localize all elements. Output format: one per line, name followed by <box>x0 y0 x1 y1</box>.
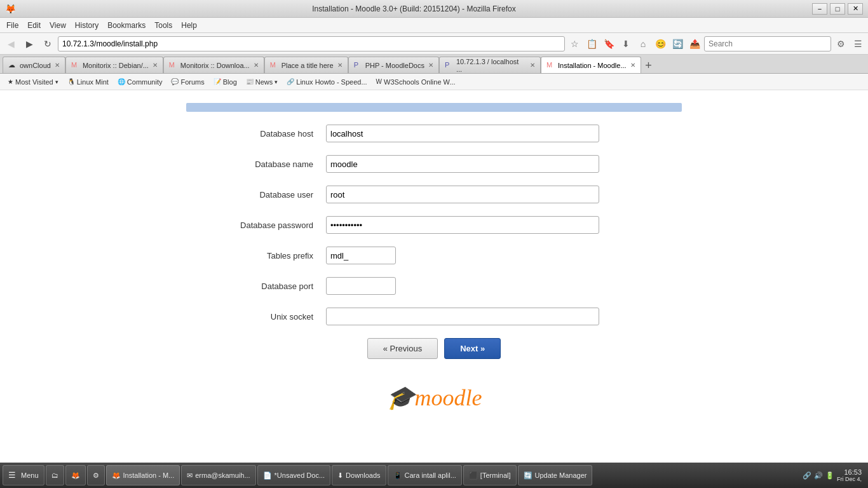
search-input[interactable] <box>704 36 831 51</box>
bookmark-community[interactable]: 🌐 Community <box>114 77 166 87</box>
forward-button[interactable]: ▶ <box>21 36 37 52</box>
previous-button[interactable]: « Previous <box>367 338 438 359</box>
bookmark-most-visited-label: Most Visited <box>15 78 53 86</box>
tab-localhost-close[interactable]: ✕ <box>530 62 535 69</box>
linux-howto-icon: 🔗 <box>287 78 294 85</box>
forums-icon: 💬 <box>171 78 179 85</box>
tab-installation-close[interactable]: ✕ <box>630 62 635 69</box>
menu-history[interactable]: History <box>71 20 102 31</box>
taskbar-update-manager-label: Update Manager <box>535 471 587 479</box>
form-row-unix-socket: Unix socket <box>186 308 682 325</box>
reader-icon[interactable]: 📋 <box>584 36 599 51</box>
installation-favicon: M <box>546 61 555 70</box>
db-port-input[interactable] <box>326 277 396 295</box>
taskbar-terminal[interactable]: ⬛ [Terminal] <box>463 465 517 485</box>
tab-php-moodledocs-close[interactable]: ✕ <box>428 62 433 69</box>
close-button[interactable]: ✕ <box>848 3 863 15</box>
taskbar-update-manager[interactable]: 🔄 Update Manager <box>518 465 593 485</box>
download-icon[interactable]: ⬇ <box>618 36 634 51</box>
tab-installation[interactable]: M Installation - Moodle... ✕ <box>541 57 641 73</box>
db-user-input[interactable] <box>326 186 599 203</box>
taskbar-installation[interactable]: 🦊 Installation - M... <box>106 465 180 485</box>
title-bar-left: 🦊 <box>5 4 16 14</box>
taskbar-downloads[interactable]: ⬇ Downloads <box>332 465 386 485</box>
taskbar-document[interactable]: 📄 *Unsaved Doc... <box>257 465 330 485</box>
tab-owncloud[interactable]: ☁ ownCloud ✕ <box>3 57 65 73</box>
tab-owncloud-close[interactable]: ✕ <box>55 62 60 69</box>
bookmark-forums[interactable]: 💬 Forums <box>167 77 208 87</box>
db-name-label: Database name <box>186 159 326 169</box>
linux-mint-icon: 🐧 <box>67 78 75 85</box>
tab-php-moodledocs[interactable]: P PHP - MoodleDocs ✕ <box>348 57 439 73</box>
tabs-bar: ☁ ownCloud ✕ M Monitorix :: Debian/... ✕… <box>0 55 868 74</box>
menu-icon[interactable]: ☰ <box>850 36 865 51</box>
taskbar-firefox-icon[interactable]: 🦊 <box>65 465 86 485</box>
taskbar-document-label: *Unsaved Doc... <box>275 471 325 479</box>
bookmarks-bar: ★ Most Visited ▾ 🐧 Linux Mint 🌐 Communit… <box>0 74 868 90</box>
taskbar-menu-button[interactable]: ☰ Menu <box>3 465 44 485</box>
taskbar-cara-intall[interactable]: 📱 Cara intall aplil... <box>388 465 462 485</box>
settings-icon[interactable]: ⚙ <box>833 36 848 51</box>
clock-date: Fri Dec 4, <box>837 476 862 482</box>
menu-tools[interactable]: Tools <box>151 20 176 31</box>
next-button[interactable]: Next » <box>444 338 501 359</box>
sync-icon[interactable]: 🔄 <box>670 36 685 51</box>
tab-place-title-close[interactable]: ✕ <box>337 62 342 69</box>
news-icon: 📰 <box>246 78 254 85</box>
db-password-label: Database password <box>186 220 326 230</box>
monitorix2-favicon: M <box>169 61 178 70</box>
bookmark-blog-label: Blog <box>223 78 237 86</box>
installation-taskbar-icon: 🦊 <box>112 471 121 480</box>
menu-help[interactable]: Help <box>177 20 201 31</box>
tab-monitorix2-close[interactable]: ✕ <box>254 62 259 69</box>
tables-prefix-input[interactable] <box>326 247 396 264</box>
taskbar-email-label: erma@skamuih... <box>195 471 250 479</box>
new-tab-button[interactable]: + <box>641 58 656 73</box>
owncloud-favicon: ☁ <box>8 61 17 70</box>
bookmark-linux-howto-label: Linux Howto - Speed... <box>296 78 367 86</box>
db-name-input[interactable] <box>326 155 599 173</box>
tab-monitorix1-close[interactable]: ✕ <box>153 62 158 69</box>
unix-socket-input[interactable] <box>326 308 599 325</box>
pocket-icon[interactable]: 🔖 <box>601 36 616 51</box>
tab-localhost[interactable]: P 10.72.1.3 / localhost ... ✕ <box>439 57 541 73</box>
network-icon: 🔗 <box>803 471 811 480</box>
community-icon: 🌐 <box>118 78 125 85</box>
menu-file[interactable]: File <box>3 20 22 31</box>
menu-edit[interactable]: Edit <box>24 20 44 31</box>
bookmark-news[interactable]: 📰 News ▾ <box>242 77 282 87</box>
tab-place-title[interactable]: M Place a title here ✕ <box>264 57 348 73</box>
refresh-button[interactable]: ↻ <box>39 36 56 52</box>
emoji-icon[interactable]: 😊 <box>653 36 668 51</box>
maximize-button[interactable]: □ <box>830 3 845 15</box>
taskbar-clock: 16:53 Fri Dec 4, <box>837 468 862 482</box>
downloads-taskbar-icon: ⬇ <box>337 471 343 480</box>
bookmark-most-visited[interactable]: ★ Most Visited ▾ <box>4 77 62 87</box>
install-form: Database host Database name Database use… <box>186 125 682 378</box>
bookmark-linux-mint[interactable]: 🐧 Linux Mint <box>64 77 112 87</box>
bookmark-w3schools[interactable]: W W3Schools Online W... <box>372 77 459 87</box>
taskbar-settings-icon[interactable]: ⚙ <box>87 465 105 485</box>
volume-icon: 🔊 <box>814 471 823 480</box>
bookmark-blog[interactable]: 📝 Blog <box>210 77 241 87</box>
menu-bookmarks[interactable]: Bookmarks <box>104 20 149 31</box>
db-host-input[interactable] <box>326 125 599 142</box>
share-icon[interactable]: 📤 <box>687 36 702 51</box>
localhost-favicon: P <box>445 61 454 70</box>
bookmark-linux-howto[interactable]: 🔗 Linux Howto - Speed... <box>283 77 370 87</box>
taskbar-email[interactable]: ✉ erma@skamuih... <box>181 465 255 485</box>
back-button[interactable]: ◀ <box>3 36 19 52</box>
form-row-db-host: Database host <box>186 125 682 142</box>
db-password-input[interactable] <box>326 216 599 234</box>
taskbar-file-manager-icon[interactable]: 🗂 <box>46 465 64 485</box>
minimize-button[interactable]: − <box>812 3 827 15</box>
tab-monitorix1[interactable]: M Monitorix :: Debian/... ✕ <box>65 57 163 73</box>
file-manager-icon: 🗂 <box>51 471 58 479</box>
bookmark-star-icon[interactable]: ☆ <box>567 36 582 51</box>
tab-monitorix2[interactable]: M Monitorix :: Downloa... ✕ <box>163 57 264 73</box>
url-bar[interactable] <box>58 36 565 51</box>
home-icon[interactable]: ⌂ <box>635 36 651 51</box>
most-visited-icon: ★ <box>8 78 13 85</box>
moodle-logo: 🎓moodle <box>386 384 482 411</box>
menu-view[interactable]: View <box>46 20 70 31</box>
